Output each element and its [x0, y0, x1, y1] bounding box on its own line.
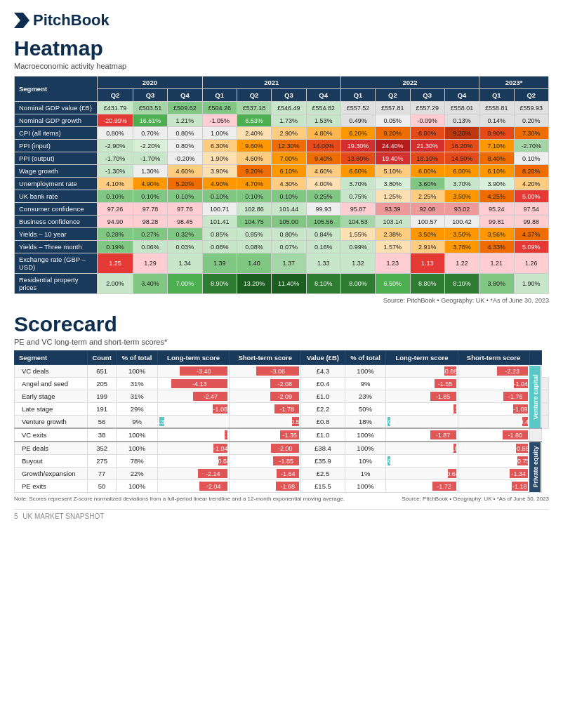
heatmap-cell: 3.50%: [410, 228, 444, 241]
heatmap-cell: 6.00%: [410, 165, 444, 178]
sc-count: 275: [87, 455, 116, 468]
table-row: Yields – 10 year0.28%0.27%0.32%0.85%0.85…: [15, 228, 549, 241]
heatmap-cell: 0.05%: [376, 114, 410, 127]
sc-val-lt-score: 0.05: [386, 416, 458, 429]
heatmap-cell: 4.30%: [272, 178, 306, 190]
sc-segment-label: Buyout: [15, 455, 88, 468]
heatmap-cell: 1.39: [202, 253, 237, 274]
heatmap-quarter-header: Q3: [410, 89, 444, 102]
heatmap-cell: 3.78%: [444, 241, 479, 253]
sc-val-pct: 23%: [345, 390, 386, 403]
heatmap-cell: 97.26: [98, 203, 133, 216]
heatmap-cell: 7.00%: [272, 152, 306, 165]
heatmap-cell: 104.53: [340, 216, 375, 228]
sc-val-lt-score: -1.85: [386, 390, 458, 403]
heatmap-cell: 0.32%: [168, 228, 202, 241]
heatmap-cell: 0.08%: [237, 241, 271, 253]
heatmap-wrapper: Segment 2020 2021 2022 2023* Q2Q3Q4Q1Q2Q…: [14, 76, 549, 294]
page-footer: 5 UK MARKET SNAPSHOT: [14, 509, 549, 520]
table-row: Venture growth569%0.39-0.51£0.818%0.05-0…: [15, 416, 549, 429]
table-row: Exchange rate (GBP – USD)1.251.291.341.3…: [15, 253, 549, 274]
heatmap-quarter-header: Q3: [133, 89, 167, 102]
heatmap-year-2022: 2022: [340, 77, 479, 89]
table-row: Buyout27578%-0.68-1.85£35.910%0.05-0.75: [15, 455, 549, 468]
sc-count: 205: [87, 378, 116, 390]
heatmap-quarter-header: Q2: [237, 89, 271, 102]
heatmap-cell: 5.10%: [376, 165, 410, 178]
heatmap-cell: £558.81: [479, 102, 514, 114]
sc-segment-label: VC deals: [15, 365, 88, 378]
sc-lt-score: -2.04: [158, 480, 230, 493]
table-row: Unemployment rate4.10%4.90%5.20%4.90%4.7…: [15, 178, 549, 190]
heatmap-cell: 2.91%: [410, 241, 444, 253]
sc-header-lt: Long-term score: [158, 351, 230, 365]
heatmap-cell: 93.02: [444, 203, 479, 216]
heatmap-cell: 1.33: [306, 253, 340, 274]
heatmap-cell: 19.40%: [376, 152, 410, 165]
sc-value: £1.0: [301, 390, 345, 403]
heatmap-cell: 1.00%: [202, 127, 237, 140]
heatmap-cell: 24.40%: [376, 140, 410, 152]
heatmap-cell: 95.24: [479, 203, 514, 216]
heatmap-cell: 2.40%: [237, 127, 271, 140]
table-row: CPI (all items)0.80%0.70%0.80%1.00%2.40%…: [15, 127, 549, 140]
heatmap-row-label: Nominal GDP growth: [15, 114, 98, 127]
heatmap-cell: 3.70%: [444, 178, 479, 190]
sc-header-count: Count: [87, 351, 116, 365]
sc-value: £1.0: [301, 428, 345, 442]
heatmap-cell: 5.20%: [168, 178, 202, 190]
sc-header-value: Value (£B): [301, 351, 345, 365]
heatmap-cell: 7.10%: [479, 140, 514, 152]
heatmap-cell: 3.56%: [479, 228, 514, 241]
sc-val-lt-score: 0.05: [386, 455, 458, 468]
heatmap-table: Segment 2020 2021 2022 2023* Q2Q3Q4Q1Q2Q…: [14, 76, 549, 294]
sc-count: 651: [87, 365, 116, 378]
sc-val-lt-score: -1.72: [386, 480, 458, 493]
sc-val-pct: 100%: [345, 365, 386, 378]
sc-val-pct: 100%: [345, 480, 386, 493]
heatmap-cell: 18.10%: [410, 152, 444, 165]
heatmap-cell: 0.28%: [98, 228, 133, 241]
heatmap-cell: £546.49: [272, 102, 306, 114]
heatmap-cell: 1.90%: [202, 152, 237, 165]
heatmap-cell: 7.00%: [168, 274, 202, 294]
heatmap-cell: 16.61%: [133, 114, 167, 127]
heatmap-cell: 6.50%: [376, 274, 410, 294]
sc-val-st-score: -0.75: [458, 455, 529, 468]
table-row: Nominal GDP growth-20.99%16.61%1.21%-1.0…: [15, 114, 549, 127]
footer-notes: Note: Scores represent Z-score normalize…: [14, 496, 549, 502]
heatmap-cell: 4.60%: [237, 152, 271, 165]
heatmap-cell: 9.20%: [444, 127, 479, 140]
heatmap-cell: 16.20%: [444, 140, 479, 152]
heatmap-cell: 6.10%: [272, 165, 306, 178]
heatmap-cell: 103.14: [376, 216, 410, 228]
table-row: UK bank rate0.10%0.10%0.10%0.10%0.10%0.1…: [15, 190, 549, 203]
heatmap-cell: 4.60%: [306, 165, 340, 178]
sc-lt-score: -1.08: [158, 403, 230, 416]
heatmap-cell: 0.85%: [237, 228, 271, 241]
heatmap-cell: 0.08%: [202, 241, 237, 253]
sc-value: £4.3: [301, 365, 345, 378]
sc-val-lt-score: -0.64: [386, 468, 458, 480]
logo-text: PitchBook: [33, 11, 110, 29]
heatmap-cell: 14.50%: [444, 152, 479, 165]
heatmap-cell: 4.10%: [98, 178, 133, 190]
page-number: 5: [14, 512, 18, 520]
sc-segment-label: VC exits: [15, 428, 88, 442]
sc-value: £15.5: [301, 480, 345, 493]
heatmap-cell: 0.80%: [168, 127, 202, 140]
heatmap-cell: 1.90%: [514, 274, 549, 294]
heatmap-cell: 3.80%: [376, 178, 410, 190]
heatmap-cell: 0.16%: [306, 241, 340, 253]
sc-header-st: Short-term score: [230, 351, 301, 365]
sc-segment-label: PE deals: [15, 442, 88, 455]
heatmap-cell: 1.25%: [376, 190, 410, 203]
heatmap-cell: 12.30%: [272, 140, 306, 152]
heatmap-row-label: CPI (all items): [15, 127, 98, 140]
heatmap-cell: £509.62: [168, 102, 202, 114]
sc-lt-score: -1.04: [158, 442, 230, 455]
heatmap-cell: 7.30%: [514, 127, 549, 140]
sc-count: 56: [87, 416, 116, 429]
heatmap-cell: 3.90%: [202, 165, 237, 178]
table-row: Business confidence94.9098.2898.45101.41…: [15, 216, 549, 228]
